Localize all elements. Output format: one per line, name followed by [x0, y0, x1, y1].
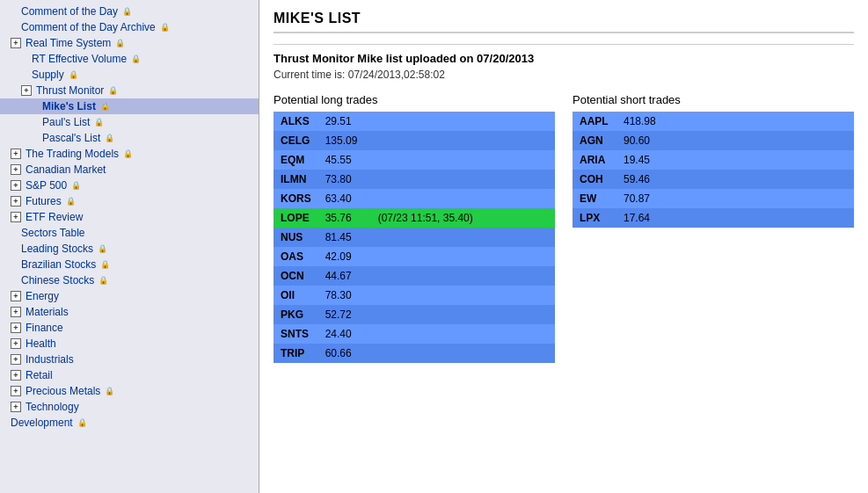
long-trade-row[interactable]: PKG52.72: [274, 305, 555, 324]
sidebar-label-chinese-stocks: Chinese Stocks: [21, 274, 94, 286]
trade-ticker: COH: [573, 170, 616, 189]
trade-price: 73.80: [318, 170, 371, 189]
sidebar: Comment of the Day 🔒Comment of the Day A…: [0, 0, 259, 493]
sidebar-item-health[interactable]: +Health: [0, 336, 259, 352]
sidebar-item-comment-of-the-day-archive[interactable]: Comment of the Day Archive 🔒: [0, 19, 259, 35]
long-trade-row[interactable]: EQM45.55: [274, 150, 555, 170]
sidebar-item-precious-metals[interactable]: +Precious Metals 🔒: [0, 383, 259, 399]
sidebar-item-technology[interactable]: +Technology: [0, 399, 259, 415]
sidebar-item-materials[interactable]: +Materials: [0, 304, 259, 320]
sidebar-item-pauls-list[interactable]: Paul's List 🔒: [0, 114, 259, 130]
sidebar-item-trading-models[interactable]: +The Trading Models 🔒: [0, 146, 259, 162]
trade-note: (07/23 11:51, 35.40): [371, 208, 555, 228]
sidebar-item-thrust-monitor[interactable]: +Thrust Monitor 🔒: [0, 83, 259, 98]
sidebar-item-energy[interactable]: +Energy: [0, 288, 259, 304]
sidebar-label-energy: Energy: [26, 290, 59, 302]
sidebar-label-development: Development: [11, 417, 73, 429]
trade-ticker: ALKS: [274, 112, 318, 131]
sidebar-item-sp500[interactable]: +S&P 500 🔒: [0, 178, 259, 193]
long-trade-row[interactable]: OAS42.09: [274, 247, 555, 266]
trade-price: 63.40: [318, 189, 371, 208]
sidebar-item-leading-stocks[interactable]: Leading Stocks 🔒: [0, 241, 259, 257]
sidebar-item-retail[interactable]: +Retail: [0, 367, 259, 383]
expand-icon-precious-metals[interactable]: +: [11, 386, 21, 396]
sidebar-item-futures[interactable]: +Futures 🔒: [0, 193, 259, 209]
sidebar-item-canadian-market[interactable]: +Canadian Market: [0, 162, 259, 178]
trade-ticker: LOPE: [274, 208, 318, 228]
long-trade-row[interactable]: LOPE35.76(07/23 11:51, 35.40): [274, 208, 555, 228]
sidebar-item-chinese-stocks[interactable]: Chinese Stocks 🔒: [0, 272, 259, 288]
sidebar-label-industrials: Industrials: [26, 353, 74, 366]
sidebar-label-health: Health: [26, 337, 56, 350]
long-trade-row[interactable]: NUS81.45: [274, 228, 555, 247]
trade-price: 60.66: [318, 344, 371, 363]
long-trade-row[interactable]: TRIP60.66: [274, 344, 555, 363]
upload-info: Thrust Monitor Mike list uploaded on 07/…: [274, 52, 854, 65]
long-trade-row[interactable]: KORS63.40: [274, 189, 555, 208]
short-trade-row[interactable]: ARIA19.45: [573, 150, 854, 170]
long-trades-label: Potential long trades: [274, 93, 555, 106]
sidebar-item-industrials[interactable]: +Industrials: [0, 352, 259, 367]
trade-price: 90.60: [616, 131, 669, 150]
sidebar-item-development[interactable]: Development 🔒: [0, 415, 259, 431]
trade-note-empty: [371, 112, 555, 131]
trade-price: 42.09: [318, 247, 371, 266]
expand-icon-canadian-market[interactable]: +: [11, 164, 21, 175]
lock-icon-leading-stocks: 🔒: [98, 244, 107, 253]
trade-note-empty: [669, 131, 854, 150]
short-trade-row[interactable]: EW70.87: [573, 189, 854, 208]
lock-icon-futures: 🔒: [66, 197, 76, 206]
short-trade-row[interactable]: AGN90.60: [573, 131, 854, 150]
expand-icon-industrials[interactable]: +: [11, 354, 21, 365]
sidebar-item-brazilian-stocks[interactable]: Brazilian Stocks 🔒: [0, 257, 259, 272]
sidebar-label-rt-effective-volume: RT Effective Volume: [32, 53, 127, 65]
trade-note-empty: [371, 344, 555, 363]
short-trade-row[interactable]: AAPL418.98: [573, 112, 854, 131]
expand-icon-thrust-monitor[interactable]: +: [21, 85, 32, 96]
long-trade-row[interactable]: OII78.30: [274, 286, 555, 305]
trade-price: 59.46: [616, 170, 669, 189]
sidebar-item-real-time-system[interactable]: +Real Time System 🔒: [0, 35, 259, 51]
expand-icon-materials[interactable]: +: [11, 307, 21, 317]
expand-icon-retail[interactable]: +: [11, 370, 21, 381]
sidebar-item-pascals-list[interactable]: Pascal's List 🔒: [0, 130, 259, 146]
expand-icon-technology[interactable]: +: [11, 402, 21, 412]
expand-icon-finance[interactable]: +: [11, 323, 21, 333]
expand-icon-etf-review[interactable]: +: [11, 212, 21, 222]
short-trade-row[interactable]: COH59.46: [573, 170, 854, 189]
trade-ticker: ILMN: [274, 170, 318, 189]
lock-icon-thrust-monitor: 🔒: [108, 86, 118, 95]
expand-icon-sp500[interactable]: +: [11, 180, 21, 191]
sidebar-item-rt-effective-volume[interactable]: RT Effective Volume 🔒: [0, 51, 259, 67]
long-trade-row[interactable]: ILMN73.80: [274, 170, 555, 189]
long-trade-row[interactable]: OCN44.67: [274, 266, 555, 286]
expand-icon-futures[interactable]: +: [11, 196, 21, 207]
long-trade-row[interactable]: ALKS29.51: [274, 112, 555, 131]
sidebar-label-brazilian-stocks: Brazilian Stocks: [21, 258, 96, 271]
long-trade-row[interactable]: CELG135.09: [274, 131, 555, 150]
long-trade-row[interactable]: SNTS24.40: [274, 324, 555, 344]
expand-icon-energy[interactable]: +: [11, 291, 21, 301]
lock-icon-real-time-system: 🔒: [115, 39, 125, 47]
sidebar-label-sectors-table: Sectors Table: [21, 227, 85, 239]
sidebar-label-real-time-system: Real Time System: [26, 37, 111, 49]
sidebar-item-sectors-table[interactable]: Sectors Table: [0, 225, 259, 241]
expand-icon-trading-models[interactable]: +: [11, 149, 21, 159]
trade-ticker: TRIP: [274, 344, 318, 363]
sidebar-item-finance[interactable]: +Finance: [0, 320, 259, 336]
expand-icon-health[interactable]: +: [11, 338, 21, 349]
trade-price: 45.55: [318, 150, 371, 170]
sidebar-item-supply[interactable]: Supply 🔒: [0, 67, 259, 83]
expand-icon-real-time-system[interactable]: +: [11, 38, 21, 48]
sidebar-label-sp500: S&P 500: [26, 179, 67, 192]
current-time: Current time is: 07/24/2013,02:58:02: [274, 69, 854, 81]
sidebar-item-comment-of-the-day[interactable]: Comment of the Day 🔒: [0, 4, 259, 19]
short-trades-section: Potential short trades AAPL418.98AGN90.6…: [573, 93, 854, 228]
sidebar-item-mikes-list[interactable]: Mike's List 🔒: [0, 98, 259, 114]
trade-ticker: AGN: [573, 131, 616, 150]
sidebar-item-etf-review[interactable]: +ETF Review: [0, 209, 259, 225]
sidebar-label-technology: Technology: [26, 401, 79, 413]
short-trade-row[interactable]: LPX17.64: [573, 208, 854, 228]
sidebar-label-finance: Finance: [26, 322, 63, 334]
trade-note-empty: [371, 305, 555, 324]
